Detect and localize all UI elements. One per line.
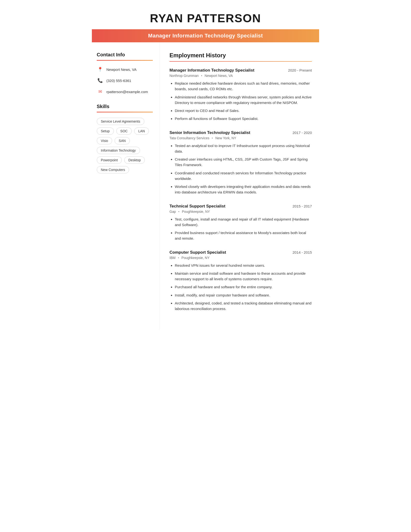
job-header: Computer Support Specialist2014 - 2015 (169, 250, 312, 255)
separator: • (178, 256, 179, 260)
job-header: Manager Information Technology Specialis… (169, 68, 312, 73)
job-company: IBM • Poughkeepsie, NY (169, 256, 312, 260)
skill-tag: SAN (115, 137, 130, 144)
bullet-item: Maintain service and install software an… (175, 271, 312, 282)
email-icon: ✉ (97, 88, 103, 95)
header: RYAN PATTERSON Manager Information Techn… (92, 0, 319, 42)
email-text: rpatterson@example.com (106, 90, 148, 94)
bullet-item: Coordinated and conducted research servi… (175, 170, 312, 182)
main-content: Employment History Manager Information T… (159, 42, 319, 330)
bullet-item: Install, modify, and repair computer har… (175, 292, 312, 298)
skill-tag: Powerpoint (97, 156, 122, 164)
job-bullets: Replace needed defective hardware device… (169, 81, 312, 122)
location-text: Newport News, VA (106, 67, 137, 72)
skill-tags-container: Service Level AgreementsSetupSOCLANVisio… (97, 118, 153, 173)
job-entry: Senior Information Technology Specialist… (169, 130, 312, 195)
job-entry: Technical Support Specialist2015 - 2017G… (169, 204, 312, 241)
resume-page: RYAN PATTERSON Manager Information Techn… (92, 0, 319, 344)
candidate-name: RYAN PATTERSON (92, 12, 319, 25)
skill-tag: Visio (97, 137, 112, 144)
separator: • (178, 210, 179, 214)
separator: • (212, 136, 213, 140)
phone-text: (320) 555-6361 (106, 79, 131, 83)
bullet-item: Provided business support / technical as… (175, 230, 312, 241)
employment-section-title: Employment History (169, 52, 312, 59)
job-title-header: Manager Information Technology Specialis… (148, 33, 263, 39)
contact-location: 📍 Newport News, VA (97, 66, 153, 73)
location-icon: 📍 (97, 66, 103, 73)
contact-email: ✉ rpatterson@example.com (97, 88, 153, 95)
bullet-item: Replace needed defective hardware device… (175, 81, 312, 92)
employment-divider (169, 61, 312, 62)
bullet-item: Perform all functions of Software Suppor… (175, 116, 312, 121)
job-header: Technical Support Specialist2015 - 2017 (169, 204, 312, 209)
skill-tag: Information Technology (97, 147, 140, 154)
bullet-item: Resolved VPN issues for several hundred … (175, 263, 312, 268)
skill-tag: Desktop (124, 156, 145, 164)
bullet-item: Created user interfaces using HTML, CSS,… (175, 156, 312, 168)
job-dates: 2015 - 2017 (292, 204, 312, 208)
job-entry: Manager Information Technology Specialis… (169, 68, 312, 122)
job-bullets: Resolved VPN issues for several hundred … (169, 263, 312, 312)
skill-tag: SOC (116, 127, 132, 135)
phone-icon: 📞 (97, 77, 103, 84)
skills-divider (97, 112, 153, 113)
skills-section-title: Skills (97, 104, 153, 109)
job-title: Computer Support Specialist (169, 250, 226, 255)
job-dates: 2017 - 2020 (292, 131, 312, 135)
skill-tag: LAN (134, 127, 149, 135)
bullet-item: Purchased all hardware and software for … (175, 284, 312, 290)
job-entry: Computer Support Specialist2014 - 2015IB… (169, 250, 312, 312)
job-title: Manager Information Technology Specialis… (169, 68, 254, 73)
job-bullets: Test, configure, install and manage and … (169, 216, 312, 241)
bullet-item: Worked closely with developers integrati… (175, 184, 312, 195)
bullet-item: Test, configure, install and manage and … (175, 216, 312, 228)
skill-tag: Service Level Agreements (97, 118, 144, 125)
job-bullets: Tested an analytical tool to improve IT … (169, 143, 312, 195)
job-company: Gap • Poughkeepsie, NY (169, 210, 312, 214)
separator: • (201, 74, 202, 78)
bullet-item: Architected, designed, coded, and tested… (175, 300, 312, 312)
job-title: Technical Support Specialist (169, 204, 225, 209)
bullet-item: Administered classified networks through… (175, 94, 312, 106)
skills-section: Skills Service Level AgreementsSetupSOCL… (97, 104, 153, 173)
contact-phone: 📞 (320) 555-6361 (97, 77, 153, 84)
job-company: Northrop Grumman • Newport News, VA (169, 74, 312, 78)
job-title: Senior Information Technology Specialist (169, 130, 250, 135)
skill-tag: New Computers (97, 166, 129, 173)
skill-tag: Setup (97, 127, 114, 135)
contact-divider (97, 60, 153, 61)
job-company: Tata Consultancy Services • New York, NY (169, 136, 312, 140)
job-header: Senior Information Technology Specialist… (169, 130, 312, 135)
body-layout: Contact Info 📍 Newport News, VA 📞 (320) … (92, 42, 319, 330)
job-dates: 2014 - 2015 (292, 250, 312, 254)
job-dates: 2020 - Present (288, 68, 312, 72)
sidebar: Contact Info 📍 Newport News, VA 📞 (320) … (92, 42, 159, 330)
bullet-item: Tested an analytical tool to improve IT … (175, 143, 312, 154)
jobs-container: Manager Information Technology Specialis… (169, 68, 312, 312)
title-bar: Manager Information Technology Specialis… (92, 29, 319, 42)
contact-section-title: Contact Info (97, 52, 153, 57)
bullet-item: Direct report to CEO and Head of Sales. (175, 108, 312, 114)
